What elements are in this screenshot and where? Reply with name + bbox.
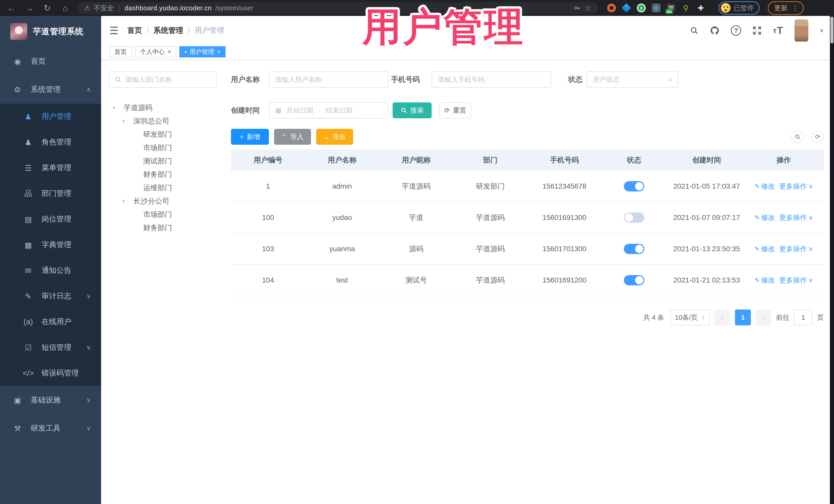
tree-node[interactable]: 市场部门 <box>109 208 231 221</box>
tree-node[interactable]: ▾ 长沙分公司 <box>109 195 231 208</box>
view-tab[interactable]: ● 首页 <box>109 46 132 58</box>
tree-node[interactable]: 运维部门 <box>109 181 231 195</box>
scrollbar-thumb[interactable] <box>830 17 833 43</box>
tree-node[interactable]: 研发部门 <box>109 128 231 141</box>
next-page-button[interactable]: › <box>755 309 771 325</box>
more-actions-link[interactable]: 更多操作 ∨ <box>779 276 813 285</box>
tree-node[interactable]: 市场部门 <box>109 141 231 154</box>
tree-caret-icon[interactable]: ▾ <box>122 118 133 125</box>
help-icon[interactable]: ? <box>731 25 741 36</box>
ubuntu-extension-icon[interactable] <box>607 4 616 12</box>
status-toggle[interactable] <box>624 244 644 254</box>
sidebar-menu-item[interactable]: ☰ 菜单管理 <box>0 155 101 181</box>
user-avatar[interactable] <box>794 20 808 42</box>
tab-label: 用户管理 <box>190 48 214 56</box>
more-actions-link[interactable]: 更多操作 ∨ <box>779 182 813 191</box>
tree-node[interactable]: 财务部门 <box>109 168 231 181</box>
tree-node[interactable]: ▾ 芋道源码 <box>109 101 231 114</box>
tree-node[interactable]: ▾ 深圳总公司 <box>109 114 231 128</box>
table-body: 1 admin 芋道源码 研发部门 15612345678 2021-01-05… <box>231 171 824 296</box>
refresh-table-button[interactable]: ⟳ <box>811 131 824 143</box>
search-button[interactable]: 搜索 <box>393 103 432 118</box>
tree-caret-icon[interactable]: ▾ <box>122 198 133 204</box>
reload-icon[interactable]: ↻ <box>42 3 53 13</box>
font-size-icon[interactable]: тT <box>773 25 783 36</box>
total-count: 共 4 条 <box>643 313 664 322</box>
edit-link[interactable]: ✎ 修改 <box>754 276 775 285</box>
sidebar-menu-item[interactable]: ▤ 岗位管理 <box>0 206 101 232</box>
yudao-extension-icon[interactable]: y <box>637 4 646 12</box>
created-date-range[interactable]: ▦ 开始日期 - 结束日期 <box>269 102 389 118</box>
sidebar-menu-item[interactable]: ✉ 通知公告 <box>0 258 101 283</box>
back-icon[interactable]: ← <box>6 3 17 13</box>
view-tab[interactable]: ● 用户管理 × <box>179 46 226 58</box>
tampermonkey-extension-icon[interactable]: on <box>667 4 675 12</box>
export-button[interactable]: ⌄导出 <box>316 129 353 145</box>
import-button[interactable]: ⌃导入 <box>274 129 311 145</box>
tab-close-icon[interactable]: × <box>217 48 221 55</box>
key-extension-icon[interactable]: ⚲ <box>682 4 690 12</box>
reset-button[interactable]: ⟳ 重置 <box>439 103 471 118</box>
sidebar-menu-item[interactable]: ▦ 字典管理 <box>0 232 101 258</box>
sidebar-menu-item[interactable]: ☑ 短信管理 ∨ <box>0 335 101 360</box>
sidebar-menu-item[interactable]: ✎ 审计日志 ∨ <box>0 283 101 309</box>
tree-node-label: 长沙分公司 <box>133 196 169 206</box>
goto-page-input[interactable]: 1 <box>794 309 812 325</box>
extensions-puzzle-icon[interactable]: ✚ <box>697 4 705 12</box>
update-button[interactable]: 更新 ⋮ <box>768 1 804 15</box>
sidebar-menu-item[interactable]: ♟ 角色管理 <box>0 129 101 155</box>
prev-page-button[interactable]: ‹ <box>715 309 730 325</box>
tab-close-icon[interactable]: × <box>168 48 171 55</box>
breadcrumb-system[interactable]: 系统管理 <box>153 25 183 36</box>
status-select[interactable]: 用户状态 ∨ <box>587 71 679 88</box>
github-icon[interactable] <box>710 26 720 36</box>
department-search-input[interactable]: 请输入部门名称 <box>109 71 217 88</box>
password-key-icon[interactable] <box>573 4 581 12</box>
avatar-dropdown-icon[interactable]: ∨ <box>820 27 824 34</box>
tree-caret-icon[interactable]: ▾ <box>112 105 124 111</box>
browser-scrollbar[interactable] <box>830 16 834 504</box>
current-page-button[interactable]: 1 <box>735 309 751 325</box>
sidebar-menu-item[interactable]: (a) 在线用户 <box>0 309 101 335</box>
cell-dept: 芋道源码 <box>453 275 527 285</box>
mobile-input[interactable]: 请输入手机号码 <box>432 71 551 88</box>
more-actions-link[interactable]: 更多操作 ∨ <box>779 244 813 254</box>
bookmark-star-icon[interactable]: ☆ <box>585 4 592 13</box>
menu-item-label: 通知公告 <box>42 265 83 276</box>
menu-item-label: 岗位管理 <box>42 214 83 224</box>
page-size-select[interactable]: 10条/页 ∨ <box>670 309 710 325</box>
edit-link[interactable]: ✎ 修改 <box>754 182 775 191</box>
home-icon[interactable]: ⌂ <box>60 3 71 13</box>
tree-node[interactable]: 测试部门 <box>109 154 231 168</box>
sidebar-menu-item[interactable]: ▣ 基础设施 ∨ <box>0 386 101 414</box>
edit-link[interactable]: ✎ 修改 <box>754 213 775 222</box>
sidebar-menu-item[interactable]: 品 部门管理 <box>0 181 101 206</box>
app-logo-row[interactable]: 芋道管理系统 <box>0 16 101 47</box>
status-toggle[interactable] <box>624 275 644 285</box>
cell-mobile: 15612345678 <box>527 182 601 191</box>
sidebar-collapse-icon[interactable]: ☰ <box>109 25 118 37</box>
sidebar-menu-item[interactable]: ◉ 首页 <box>0 47 101 75</box>
sidebar-menu-item[interactable]: ♟ 用户管理 <box>0 104 101 129</box>
fullscreen-icon[interactable] <box>752 26 762 35</box>
view-tab[interactable]: ● 个人中心 × <box>135 46 176 58</box>
more-actions-link[interactable]: 更多操作 ∨ <box>779 213 813 222</box>
grid-extension-icon[interactable] <box>652 4 660 12</box>
cell-dept: 芋道源码 <box>453 244 527 254</box>
add-button[interactable]: +新增 <box>231 129 269 145</box>
status-toggle[interactable] <box>624 181 644 192</box>
sidebar-menu-item[interactable]: ⚙ 系统管理 ∧ <box>0 75 101 104</box>
status-toggle[interactable] <box>624 213 644 223</box>
breadcrumb-home[interactable]: 首页 <box>127 25 142 36</box>
profile-chip[interactable]: 已暂停 <box>719 1 760 15</box>
hide-search-button[interactable] <box>791 131 804 143</box>
username-input[interactable]: 请输入用户名称 <box>269 71 389 88</box>
gem-extension-icon[interactable] <box>622 4 631 12</box>
sidebar-menu-item[interactable]: ⚒ 研发工具 ∨ <box>0 414 101 442</box>
tree-node[interactable]: 财务部门 <box>109 221 231 235</box>
sidebar-menu-item[interactable]: </> 错误码管理 <box>0 360 101 386</box>
forward-icon[interactable]: → <box>24 3 35 13</box>
edit-link[interactable]: ✎ 修改 <box>754 244 775 254</box>
browser-menu-icon[interactable]: ⋮ <box>792 4 799 12</box>
search-icon[interactable] <box>690 26 699 35</box>
